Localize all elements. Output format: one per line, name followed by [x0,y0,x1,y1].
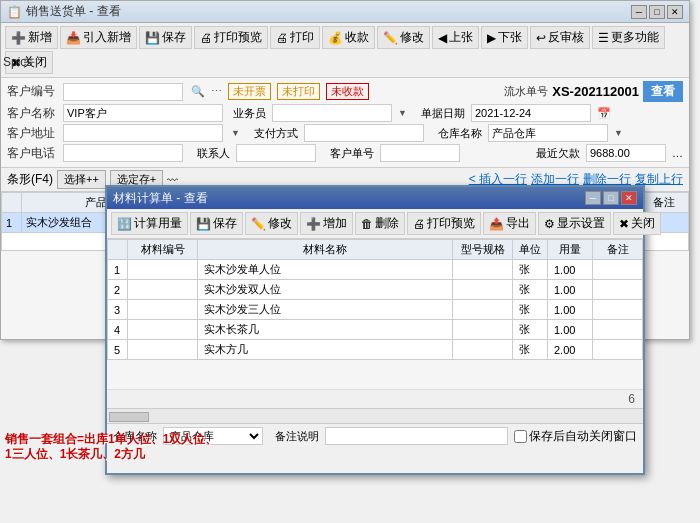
sub-table-row[interactable]: 3 实木沙发三人位 张 1.00 [108,300,643,320]
more-icon: ☰ [598,31,609,45]
dizhi-dropdown-icon[interactable]: ▼ [231,128,240,138]
sub-display-settings-button[interactable]: ⚙ 显示设置 [538,212,611,235]
sub-close-button[interactable]: ✖ 关闭 [613,212,661,235]
sub-row-code [128,300,198,320]
next-button[interactable]: ▶ 下张 [481,26,528,49]
auto-close-label: 保存后自动关闭窗口 [529,428,637,445]
sub-table-row[interactable]: 1 实木沙发单人位 张 1.00 [108,260,643,280]
danjuriqi-label: 单据日期 [421,106,465,121]
title-icon: 📋 [7,5,22,19]
sub-th-unit: 单位 [513,240,548,260]
dropdown-icon[interactable]: ▼ [398,108,407,118]
sub-delete-button[interactable]: 🗑 删除 [355,212,405,235]
sub-minimize[interactable]: ─ [585,191,601,205]
sub-row-qty: 1.00 [548,320,593,340]
weishoukuan-badge: 未收款 [326,83,369,100]
sub-row-no: 1 [108,260,128,280]
liushui-value: XS-202112001 [552,84,639,99]
cangku-input[interactable] [488,124,608,142]
chakan-button[interactable]: 查看 [643,81,683,102]
import-new-button[interactable]: 📥 引入新增 [60,26,137,49]
prev-button[interactable]: ◀ 上张 [432,26,479,49]
save-button[interactable]: 💾 保存 [139,26,192,49]
sub-add-button[interactable]: ➕ 增加 [300,212,353,235]
sub-row-remark [593,340,643,360]
calc-usage-button[interactable]: 🔢 计算用量 [111,212,188,235]
modify-button[interactable]: ✏️ 修改 [377,26,430,49]
sub-maximize[interactable]: □ [603,191,619,205]
annotation-line2: 1三人位、1长茶几、2方几 [5,447,217,463]
save-icon: 💾 [145,31,160,45]
yewuyuan-input[interactable] [272,104,392,122]
row-no: 1 [2,213,22,233]
more-dots[interactable]: … [672,147,683,159]
maximize-button[interactable]: □ [649,5,665,19]
sub-export-button[interactable]: 📤 导出 [483,212,536,235]
sub-row-no: 4 [108,320,128,340]
browse-icon[interactable]: ⋯ [211,85,222,98]
sub-delete-icon: 🗑 [361,217,373,231]
main-titlebar: 📋 销售送货单 - 查看 ─ □ ✕ [1,1,689,23]
kehu-hao-label: 客户单号 [330,146,374,161]
more-button[interactable]: ☰ 更多功能 [592,26,665,49]
sub-save-button[interactable]: 💾 保存 [190,212,243,235]
kehu-dizhi-input[interactable] [63,124,223,142]
new-button[interactable]: ➕ 新增 [5,26,58,49]
sub-export-icon: 📤 [489,217,504,231]
sub-row-no: 2 [108,280,128,300]
shoukuan-button[interactable]: 💰 收款 [322,26,375,49]
auto-close-checkbox[interactable] [514,430,527,443]
xuanze1-button[interactable]: 选择++ [57,170,106,189]
beizhu-input[interactable] [325,427,508,445]
sub-table-row[interactable]: 4 实木长茶几 张 1.00 [108,320,643,340]
zhifu-fangshi-input[interactable] [304,124,424,142]
kehu-dizhi-label: 客户地址 [7,125,57,142]
kehu-dianhua-label: 客户电话 [7,145,57,162]
annotation-line1: 销售一套组合=出库1单人位、1双人位、 [5,432,217,448]
zuijin-yueke-input[interactable] [586,144,666,162]
close-button[interactable]: ✕ [667,5,683,19]
sub-table-row[interactable]: 5 实木方几 张 2.00 [108,340,643,360]
danjuriqi-input[interactable] [471,104,591,122]
scrollbar-area[interactable] [107,408,643,424]
print-preview-button[interactable]: 🖨 打印预览 [194,26,268,49]
sub-close[interactable]: ✕ [621,191,637,205]
window-controls: ─ □ ✕ [631,5,683,19]
minimize-button[interactable]: ─ [631,5,647,19]
scrollbar-thumb[interactable] [109,412,149,422]
sub-row-unit: 张 [513,260,548,280]
reverse-icon: ↩ [536,31,546,45]
wave-icon: 〰 [167,174,178,186]
th-remark: 备注 [639,193,689,213]
page-number-area: 6 [107,389,643,408]
kehu-bianhao-input[interactable] [63,83,183,101]
kehu-mingcheng-input[interactable] [63,104,223,122]
liushui-label: 流水单号 [504,84,548,99]
kehu-mingcheng-label: 客户名称 [7,105,57,122]
sub-add-icon: ➕ [306,217,321,231]
sub-titlebar: 材料计算单 - 查看 ─ □ ✕ [107,187,643,209]
sub-print-preview-button[interactable]: 🖨 打印预览 [407,212,481,235]
calendar-icon[interactable]: 📅 [597,107,611,120]
cangku-dropdown-icon[interactable]: ▼ [614,128,623,138]
kehu-dianhua-input[interactable] [63,144,183,162]
prev-icon: ◀ [438,31,447,45]
kehu-hao-input[interactable] [380,144,460,162]
sub-row-spec [453,260,513,280]
sub-table-row[interactable]: 2 实木沙发双人位 张 1.00 [108,280,643,300]
page-number: 6 [628,392,635,406]
beizhu-label: 备注说明 [275,429,319,444]
sub-row-no: 3 [108,300,128,320]
sub-row-remark [593,280,643,300]
sub-row-unit: 张 [513,280,548,300]
print-button[interactable]: 🖨 打印 [270,26,320,49]
sub-row-qty: 1.00 [548,260,593,280]
reverse-audit-button[interactable]: ↩ 反审核 [530,26,590,49]
search-icon[interactable]: 🔍 [191,85,205,98]
sub-modify-button[interactable]: ✏️ 修改 [245,212,298,235]
sub-row-code [128,280,198,300]
weikaikuan-badge: 未开票 [228,83,271,100]
sub-row-spec [453,300,513,320]
lianxiren-input[interactable] [236,144,316,162]
sub-th-remark: 备注 [593,240,643,260]
